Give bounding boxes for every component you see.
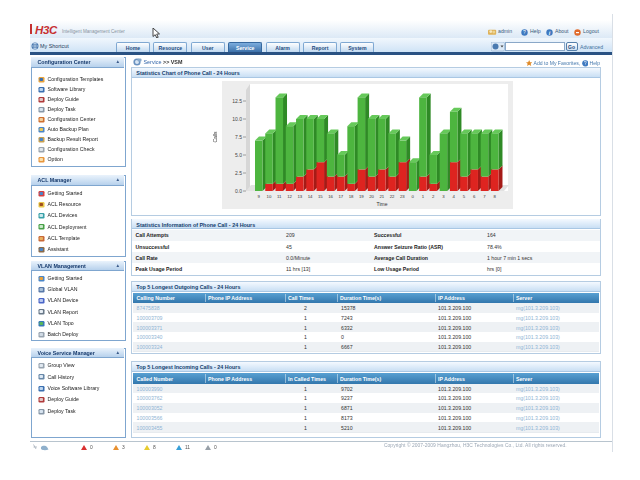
svg-text:22: 22 bbox=[390, 194, 395, 199]
svg-text:20: 20 bbox=[369, 194, 374, 199]
svg-text:10: 10 bbox=[267, 194, 272, 199]
svg-text:2.5: 2.5 bbox=[235, 170, 242, 176]
svg-text:5.0: 5.0 bbox=[235, 152, 242, 158]
svg-text:13: 13 bbox=[297, 194, 302, 199]
svg-text:19: 19 bbox=[359, 194, 364, 199]
svg-text:21: 21 bbox=[379, 194, 384, 199]
svg-text:12.5: 12.5 bbox=[232, 98, 242, 104]
svg-text:7.5: 7.5 bbox=[235, 134, 242, 140]
svg-text:?: ? bbox=[523, 29, 526, 35]
svg-text:15: 15 bbox=[318, 194, 323, 199]
svg-text:Time: Time bbox=[377, 201, 388, 207]
svg-text:16: 16 bbox=[328, 194, 333, 199]
svg-text:18: 18 bbox=[349, 194, 354, 199]
svg-text:11: 11 bbox=[277, 194, 282, 199]
svg-text:12: 12 bbox=[287, 194, 292, 199]
svg-text:23: 23 bbox=[400, 194, 405, 199]
svg-text:10.0: 10.0 bbox=[232, 116, 242, 122]
svg-text:0.0: 0.0 bbox=[235, 188, 242, 194]
svg-text:Calls: Calls bbox=[212, 131, 218, 143]
svg-text:17: 17 bbox=[338, 194, 343, 199]
svg-text:?: ? bbox=[584, 61, 587, 66]
svg-text:14: 14 bbox=[308, 194, 313, 199]
